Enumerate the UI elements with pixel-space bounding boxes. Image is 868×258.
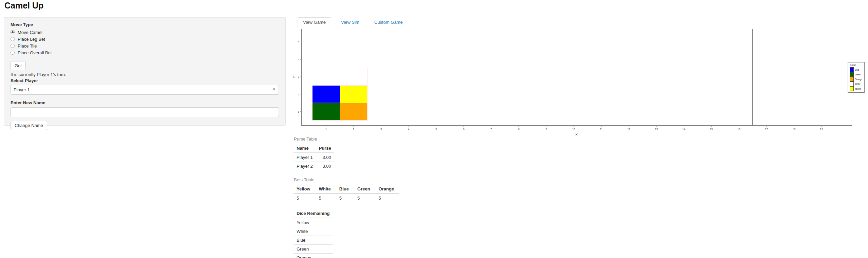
column-header: Name	[294, 144, 316, 153]
table-cell: Player 2	[294, 162, 316, 171]
legend-title: Color	[850, 63, 863, 67]
legend-entry-green: Green	[850, 72, 863, 77]
legend-label: White	[855, 83, 861, 85]
y-tick-label: 2	[298, 93, 300, 96]
radio-move-camel[interactable]: Move Camel	[11, 29, 279, 36]
column-header: Dice Remaining	[294, 209, 333, 218]
x-tick-label: 18	[792, 128, 795, 131]
radio-button-icon[interactable]	[11, 44, 15, 48]
radio-place-leg-bet[interactable]: Place Leg Bet	[11, 36, 279, 42]
radio-label[interactable]: Place Tile	[18, 43, 37, 49]
camel-tile-white	[340, 68, 367, 86]
camel-tile-orange	[340, 103, 367, 120]
x-tick-label: 11	[600, 128, 603, 131]
camel-tile-blue	[312, 86, 340, 103]
table-cell: Player 1	[294, 153, 316, 162]
table-cell: 5	[354, 194, 376, 202]
y-tick-label: 5	[298, 41, 300, 44]
x-tick-label: 13	[655, 128, 658, 131]
table-header-row: Dice Remaining	[294, 209, 333, 218]
table-header-row: YellowWhiteBlueGreenOrange	[294, 185, 399, 194]
move-panel: Move Type Move CamelPlace Leg BetPlace T…	[4, 17, 286, 126]
tab-link[interactable]: View Sim	[336, 18, 364, 27]
game-tables: Purse Table NamePursePlayer 13.00Player …	[294, 136, 436, 258]
legend-entry-white: White	[850, 81, 863, 86]
table-cell: Yellow	[294, 218, 333, 227]
new-name-input[interactable]	[11, 107, 279, 117]
y-tick-label: 4	[298, 58, 300, 61]
x-tick-label: 9	[546, 128, 547, 131]
dice-remaining-table: Dice RemainingYellowWhiteBlueGreenOrange	[294, 209, 333, 258]
enter-name-label: Enter New Name	[11, 100, 279, 105]
table-cell: 5	[316, 194, 336, 202]
column-header: Orange	[376, 185, 400, 194]
legend-label: Blue	[855, 69, 859, 71]
table-header-row: NamePurse	[294, 144, 334, 153]
radio-button-icon[interactable]	[11, 30, 15, 34]
legend-swatch-icon	[850, 86, 854, 91]
legend-swatch-icon	[850, 81, 854, 86]
column-header: Purse	[316, 144, 334, 153]
go-button[interactable]: Go!	[11, 61, 26, 70]
legend-label: Green	[855, 73, 861, 76]
radio-label[interactable]: Place Overall Bet	[18, 50, 52, 55]
camel-tile-yellow	[340, 86, 367, 103]
legend-swatch-icon	[850, 67, 854, 72]
table-row: Player 13.00	[294, 153, 334, 162]
tab-view-sim[interactable]: View Sim	[336, 18, 364, 27]
radio-button-icon[interactable]	[11, 37, 15, 41]
table-cell: 5	[376, 194, 400, 202]
table-row: 55555	[294, 194, 399, 202]
column-header: Blue	[336, 185, 354, 194]
legend-entry-orange: Orange	[850, 77, 863, 81]
radio-place-tile[interactable]: Place Tile	[11, 42, 279, 49]
table-cell: White	[294, 227, 333, 236]
x-tick-label: 6	[463, 128, 465, 131]
legend-swatch-icon	[850, 77, 854, 81]
tab-custom-game[interactable]: Custom Game	[369, 18, 408, 27]
legend-entry-yellow: Yellow	[850, 86, 863, 91]
x-axis-title: X	[575, 132, 578, 136]
x-tick-label: 10	[572, 128, 575, 131]
radio-button-icon[interactable]	[11, 51, 15, 55]
radio-label[interactable]: Move Camel	[18, 30, 42, 35]
chart-legend: Color BlueGreenOrangeWhiteYellow	[848, 62, 865, 93]
board-plot: 1234567891011121314151617181912345XY	[292, 26, 868, 139]
move-type-radio-group: Move CamelPlace Leg BetPlace TilePlace O…	[11, 29, 279, 56]
x-tick-label: 5	[435, 128, 437, 131]
tab-link[interactable]: View Game	[298, 17, 331, 27]
player-select-wrap: Player 1 ▼	[11, 85, 279, 95]
radio-label[interactable]: Place Leg Bet	[18, 37, 45, 42]
legend-entry-blue: Blue	[850, 67, 863, 72]
move-type-label: Move Type	[11, 22, 279, 27]
x-tick-label: 15	[710, 128, 713, 131]
x-tick-label: 7	[490, 128, 492, 131]
table-cell: 5	[294, 194, 316, 202]
column-header: Green	[354, 185, 376, 194]
purse-table-caption: Purse Table	[294, 136, 436, 142]
tab-view-game[interactable]: View Game	[298, 17, 331, 27]
page-title: Camel Up	[4, 1, 43, 11]
turn-status-text: It is currently Player 1's turn.	[11, 72, 279, 77]
table-row: Player 23.00	[294, 162, 334, 171]
view-tabs: View GameView SimCustom Game	[298, 17, 868, 27]
legend-label: Yellow	[855, 88, 861, 90]
bets-table: YellowWhiteBlueGreenOrange55555	[294, 185, 399, 202]
x-tick-label: 19	[820, 128, 823, 131]
table-cell: Green	[294, 245, 333, 254]
table-cell: Blue	[294, 236, 333, 245]
x-tick-label: 2	[353, 128, 355, 131]
x-tick-label: 16	[737, 128, 740, 131]
x-tick-label: 17	[765, 128, 768, 131]
table-cell: 3.00	[316, 153, 334, 162]
x-tick-label: 14	[682, 128, 685, 131]
change-name-button[interactable]: Change Name	[11, 121, 47, 130]
radio-place-overall-bet[interactable]: Place Overall Bet	[11, 49, 279, 56]
tab-link[interactable]: Custom Game	[369, 18, 408, 27]
table-cell: Orange	[294, 254, 333, 258]
bets-table-caption: Bets Table	[294, 177, 436, 182]
x-tick-label: 12	[627, 128, 630, 131]
player-select[interactable]: Player 1	[11, 85, 279, 95]
table-row: Blue	[294, 236, 333, 245]
table-row: Yellow	[294, 218, 333, 227]
